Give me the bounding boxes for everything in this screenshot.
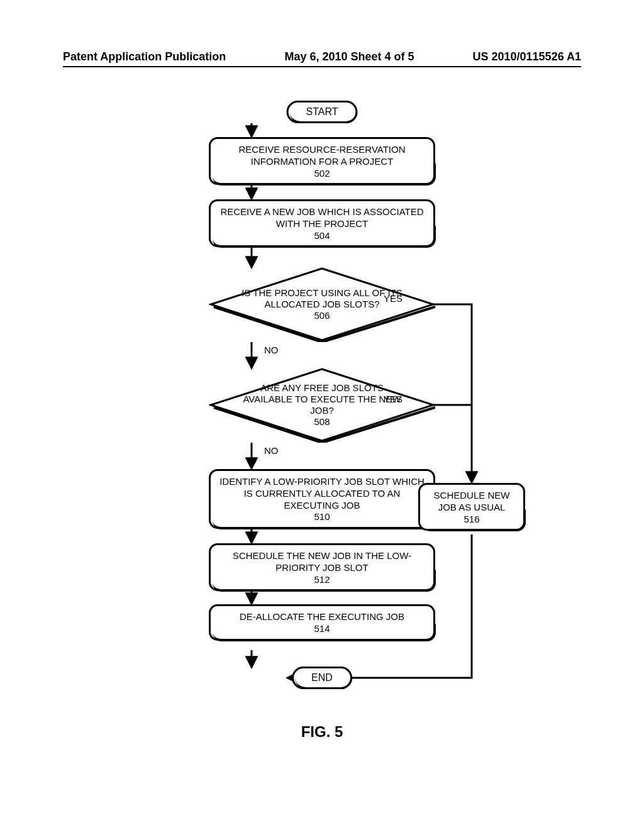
step-502-ref: 502 [218, 168, 426, 180]
header-left: Patent Application Publication [63, 50, 226, 64]
step-512: SCHEDULE THE NEW JOB IN THE LOW-PRIORITY… [209, 543, 435, 591]
decision-508-text: ARE ANY FREE JOB SLOTS AVAILABLE TO EXEC… [243, 382, 401, 416]
flow-end: END [292, 667, 352, 689]
step-504-text: RECEIVE A NEW JOB WHICH IS ASSOCIATED WI… [220, 206, 423, 229]
header-rule [63, 66, 581, 67]
decision-508-ref: 508 [240, 416, 404, 428]
label-506-yes: YES [384, 293, 402, 304]
label-508-no: NO [264, 445, 279, 456]
step-514: DE-ALLOCATE THE EXECUTING JOB 514 [209, 604, 435, 641]
step-516-ref: 516 [425, 514, 518, 526]
start-label: START [306, 106, 338, 117]
step-510: IDENTIFY A LOW-PRIORITY JOB SLOT WHICH I… [209, 469, 435, 529]
decision-506-ref: 506 [240, 310, 404, 321]
step-512-text: SCHEDULE THE NEW JOB IN THE LOW-PRIORITY… [233, 550, 411, 573]
step-514-ref: 514 [218, 623, 426, 635]
decision-508: ARE ANY FREE JOB SLOTS AVAILABLE TO EXEC… [209, 367, 435, 443]
decision-506: IS THE PROJECT USING ALL OF ITS ALLOCATE… [209, 267, 435, 342]
header-center: May 6, 2010 Sheet 4 of 5 [284, 50, 414, 64]
end-label: END [311, 672, 333, 683]
step-510-text: IDENTIFY A LOW-PRIORITY JOB SLOT WHICH I… [219, 476, 425, 511]
step-502-text: RECEIVE RESOURCE-RESERVATION INFORMATION… [238, 144, 405, 167]
step-504-ref: 504 [218, 230, 426, 242]
label-508-yes: YES [384, 394, 402, 404]
label-506-no: NO [264, 345, 279, 355]
step-514-text: DE-ALLOCATE THE EXECUTING JOB [240, 611, 404, 622]
step-512-ref: 512 [218, 574, 426, 586]
header-right: US 2010/0115526 A1 [473, 50, 581, 64]
step-510-ref: 510 [218, 511, 426, 523]
page-header: Patent Application Publication May 6, 20… [0, 50, 644, 64]
flow-start: START [287, 101, 358, 123]
step-516-text: SCHEDULE NEW JOB AS USUAL [434, 490, 510, 512]
step-502: RECEIVE RESOURCE-RESERVATION INFORMATION… [209, 137, 435, 185]
decision-506-text: IS THE PROJECT USING ALL OF ITS ALLOCATE… [242, 287, 402, 309]
step-504: RECEIVE A NEW JOB WHICH IS ASSOCIATED WI… [209, 199, 435, 247]
step-516: SCHEDULE NEW JOB AS USUAL 516 [418, 483, 525, 531]
figure-caption: FIG. 5 [301, 723, 343, 741]
